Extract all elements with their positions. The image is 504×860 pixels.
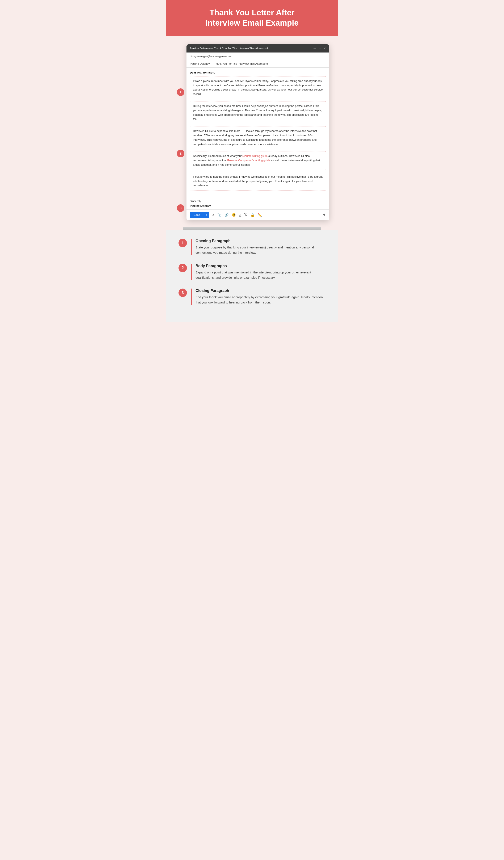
page-title: Thank You Letter After Interview Email E… <box>178 8 326 28</box>
minimize-icon[interactable]: — <box>314 47 316 50</box>
font-icon[interactable]: 𝐴 <box>212 213 214 217</box>
exp-desc-3: End your thank you email appropriately b… <box>196 295 326 305</box>
email-titlebar-controls: — ⤢ ✕ <box>314 47 326 50</box>
email-paragraph-1: It was a pleasure to meet with you and M… <box>190 76 326 99</box>
badge-2: 2 <box>177 150 184 157</box>
email-section: 1 2 3 Pauline Delaney — Thank You For Th… <box>166 36 338 227</box>
email-paragraph-2c: Specifically, I learned much of what you… <box>190 151 326 170</box>
send-button[interactable]: Send <box>190 212 204 218</box>
email-paragraph-2a: During the interview, you asked me how I… <box>190 101 326 124</box>
email-greeting: Dear Ms. Johnson, <box>190 71 326 74</box>
exp-badge-2: 2 <box>178 264 187 272</box>
email-toolbar-right: ⋮ 🗑 <box>316 213 326 217</box>
email-signature: Sincerely, Pauline Delaney <box>186 196 329 210</box>
laptop-base-wrapper <box>166 227 338 230</box>
email-signer-name: Pauline Delaney <box>190 203 326 208</box>
maximize-icon[interactable]: ⤢ <box>319 47 321 50</box>
exp-title-3: Closing Paragraph <box>196 289 326 293</box>
drive-icon[interactable]: △ <box>239 213 241 217</box>
page-header: Thank You Letter After Interview Email E… <box>166 0 338 36</box>
email-paragraph-2b: However, I'd like to expand a little mor… <box>190 126 326 149</box>
exp-badge-3: 3 <box>178 289 187 297</box>
explanation-item-3: 3 Closing Paragraph End your thank you e… <box>178 289 326 305</box>
close-icon[interactable]: ✕ <box>323 47 326 50</box>
email-titlebar-title: Pauline Delaney — Thank You For The Inte… <box>190 47 268 50</box>
exp-title-2: Body Paragraphs <box>196 264 326 268</box>
exp-badge-1: 1 <box>178 239 187 247</box>
more-options-icon[interactable]: ⋮ <box>316 213 320 217</box>
email-closing: Sincerely, <box>190 199 326 203</box>
badge-3: 3 <box>177 204 184 212</box>
email-subject-field: Pauline Delaney — Thank You For The Inte… <box>190 60 326 68</box>
exp-title-1: Opening Paragraph <box>196 239 326 243</box>
delete-icon[interactable]: 🗑 <box>322 213 326 217</box>
explanation-item-1: 1 Opening Paragraph State your purpose b… <box>178 239 326 255</box>
photo-icon[interactable]: 🖼 <box>244 213 248 217</box>
exp-desc-2: Expand on a point that was mentioned in … <box>196 270 326 281</box>
emoji-icon[interactable]: 😊 <box>232 213 236 217</box>
exp-content-3: Closing Paragraph End your thank you ema… <box>191 289 326 305</box>
exp-content-1: Opening Paragraph State your purpose by … <box>191 239 326 255</box>
exp-content-2: Body Paragraphs Expand on a point that w… <box>191 264 326 281</box>
email-meta: hiringmanager@resumegenius.com Pauline D… <box>186 53 329 68</box>
lock-icon[interactable]: 🔒 <box>250 213 255 217</box>
email-to-field: hiringmanager@resumegenius.com <box>190 53 326 60</box>
link-icon[interactable]: 🔗 <box>225 213 229 217</box>
explanation-item-2: 2 Body Paragraphs Expand on a point that… <box>178 264 326 281</box>
email-window: Pauline Delaney — Thank You For The Inte… <box>186 44 329 220</box>
signature-icon[interactable]: ✏️ <box>258 213 262 217</box>
send-dropdown-button[interactable]: ▾ <box>204 212 209 218</box>
explanation-section: 1 Opening Paragraph State your purpose b… <box>166 230 338 322</box>
email-body: Dear Ms. Johnson, It was a pleasure to m… <box>186 68 329 196</box>
exp-desc-1: State your purpose by thanking your inte… <box>196 245 326 255</box>
email-paragraph-3: I look forward to hearing back by next F… <box>190 172 326 190</box>
laptop-base <box>183 227 321 230</box>
email-toolbar-icons: 𝐴 📎 🔗 😊 △ 🖼 🔒 ✏️ <box>212 213 262 217</box>
email-toolbar: Send ▾ 𝐴 📎 🔗 😊 △ 🖼 🔒 ✏️ ⋮ <box>186 210 329 220</box>
email-titlebar: Pauline Delaney — Thank You For The Inte… <box>186 44 329 53</box>
link-companion-writing-guide[interactable]: Resume Companion's writing guide <box>227 159 270 162</box>
attach-icon[interactable]: 📎 <box>217 213 221 217</box>
link-resume-writing-guide[interactable]: resume writing guide <box>242 154 268 158</box>
badge-1: 1 <box>177 88 184 96</box>
send-button-group: Send ▾ <box>190 212 209 218</box>
